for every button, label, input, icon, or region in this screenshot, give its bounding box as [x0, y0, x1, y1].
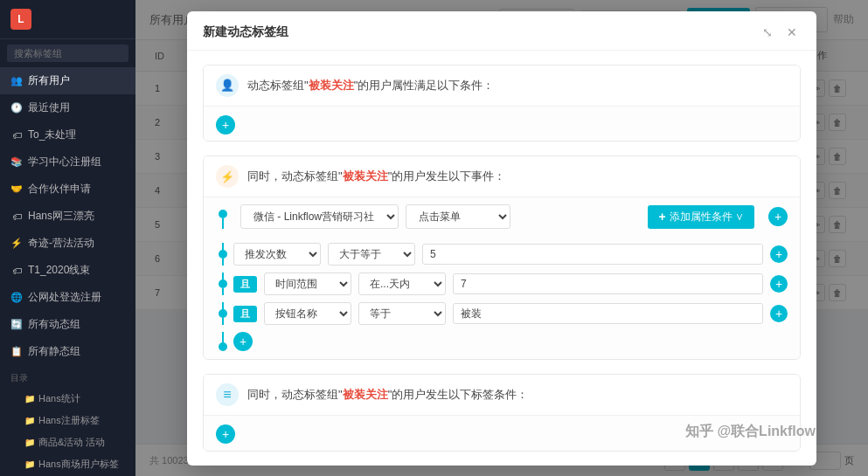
operator-select-1[interactable]: 大于等于 [328, 243, 415, 266]
t1-icon: 🏷 [10, 266, 23, 276]
modal-header-actions: ⤡ ✕ [759, 24, 801, 41]
sidebar-item-all-tags[interactable]: 📋 所有静态组 [0, 338, 135, 365]
sidebar-folder-hans-stats[interactable]: 📁 Hans统计 [0, 388, 135, 410]
sidebar-item-dynamic[interactable]: 🔄 所有动态组 [0, 311, 135, 338]
section1-icon: 👤 [216, 74, 239, 97]
sidebar-folder-hans-mall[interactable]: 📁 Hans商场用户标签 [0, 453, 135, 475]
add-attribute-condition-button[interactable]: + 添加属性条件 ∨ [648, 205, 754, 229]
folder-icon: 📁 [24, 459, 35, 469]
sidebar-item-label: 学习中心注册组 [28, 155, 101, 169]
public-icon: 🌐 [10, 292, 23, 303]
sidebar-item-public[interactable]: 🌐 公网处登选注册 [0, 284, 135, 311]
section1-label: 动态标签组"被装关注"的用户属性满足以下条件： [247, 78, 494, 93]
folder-icon: 📁 [24, 438, 35, 447]
sidebar-search-wrap[interactable] [0, 39, 135, 67]
sidebar-item-recent[interactable]: 🕐 最近使用 [0, 94, 135, 121]
nav-section-directory: 目录 [0, 365, 135, 388]
operator-select-2[interactable]: 在...天内 [358, 272, 446, 295]
modal-overlay: 新建动态标签组 ⤡ ✕ 👤 动态标签组"被装关注"的用户属性满足以下条件： [135, 0, 868, 476]
modal-body: 👤 动态标签组"被装关注"的用户属性满足以下条件： + [187, 51, 816, 466]
section2-header: ⚡ 同时，动态标签组"被装关注"的用户发生以下事件： [204, 156, 800, 197]
sidebar-nav: 👥 所有用户 🕐 最近使用 🏷 To_未处理 📚 学习中心注册组 🤝 合作伙伴申… [0, 67, 135, 476]
folder-icon: 📁 [24, 416, 35, 425]
section3-content: + [204, 415, 800, 452]
section-events: ⚡ 同时，动态标签组"被装关注"的用户发生以下事件： [203, 155, 801, 359]
sidebar-item-label: 最近使用 [28, 100, 70, 115]
logo-area: L [0, 0, 135, 39]
sidebar-item-label: 公网处登选注册 [28, 290, 101, 305]
section1-content: + [204, 106, 800, 142]
sidebar-item-partner[interactable]: 🤝 合作伙伴申请 [0, 176, 135, 203]
value-input-2[interactable] [453, 273, 763, 294]
event-select-row: 微信 - Linkflow营销研习社 点击菜单 + 添加属性条件 ∨ + [204, 197, 800, 236]
add-sub-condition-button-1[interactable]: + [770, 245, 788, 263]
add-sub-condition-button-3[interactable]: + [770, 305, 788, 322]
operator-select-3[interactable]: 等于 [358, 302, 446, 325]
connector-badge-3[interactable]: 且 [233, 306, 257, 322]
add-property-condition-row: + [216, 115, 788, 135]
clock-icon: 🕐 [10, 102, 23, 114]
section1-tagname: 被装关注 [309, 79, 354, 92]
sidebar-item-label: To_未处理 [28, 128, 76, 142]
new-tag-modal: 新建动态标签组 ⤡ ✕ 👤 动态标签组"被装关注"的用户属性满足以下条件： [187, 11, 816, 466]
field-select-2[interactable]: 时间范围 [264, 272, 351, 295]
sidebar-item-t12020[interactable]: 🏷 T1_2020线束 [0, 257, 135, 284]
hans-icon: 🏷 [10, 211, 23, 222]
section2-label: 同时，动态标签组"被装关注"的用户发生以下事件： [247, 169, 505, 184]
modal-title: 新建动态标签组 [203, 24, 288, 40]
section2-tagname: 被装关注 [343, 169, 388, 183]
sidebar-item-label: 所有用户 [28, 73, 70, 88]
modal-close-button[interactable]: ✕ [783, 24, 801, 41]
modal-minimize-button[interactable]: ⤡ [759, 24, 776, 41]
sidebar-item-label: 所有动态组 [28, 317, 80, 332]
sidebar-item-label: 合作伙伴申请 [28, 182, 91, 197]
section-tags: ≡ 同时，动态标签组"被装关注"的用户发生以下标签条件： + [203, 374, 801, 452]
add-event-plus-button[interactable]: + [768, 207, 788, 226]
sidebar-item-todo[interactable]: 🏷 To_未处理 [0, 121, 135, 148]
folder-icon: 📁 [24, 394, 35, 404]
sidebar-item-label: 所有静态组 [28, 344, 80, 359]
sidebar-folder-hans-tags[interactable]: 📁 Hans注册标签 [0, 410, 135, 431]
value-input-3[interactable] [453, 303, 763, 324]
sidebar-item-label: T1_2020线束 [28, 263, 90, 278]
sidebar-folder-products[interactable]: 📁 商品&活动 活动 [0, 431, 135, 453]
add-property-condition-button[interactable]: + [216, 115, 235, 135]
sidebar-item-learning[interactable]: 📚 学习中心注册组 [0, 148, 135, 176]
section3-label: 同时，动态标签组"被装关注"的用户发生以下标签条件： [247, 387, 528, 403]
app-logo: L [10, 9, 31, 30]
sub-conditions-area: 推发次数 大于等于 + [204, 236, 800, 359]
sidebar-item-hans3[interactable]: 🏷 Hans网三漂亮 [0, 203, 135, 230]
book-icon: 📚 [10, 156, 23, 168]
field-select-1[interactable]: 推发次数 [233, 243, 321, 266]
event-selects: 微信 - Linkflow营销研习社 点击菜单 [240, 204, 641, 229]
add-tag-condition-row: + [216, 424, 788, 444]
section2-icon: ⚡ [216, 165, 239, 188]
dynamic-icon: 🔄 [10, 319, 23, 330]
section1-header: 👤 动态标签组"被装关注"的用户属性满足以下条件： [204, 66, 800, 106]
field-select-3[interactable]: 按钮名称 [264, 302, 351, 325]
event-action-select[interactable]: 点击菜单 [406, 204, 510, 229]
add-tag-condition-button[interactable]: + [216, 424, 235, 444]
tag-icon: 🏷 [10, 130, 23, 141]
sidebar-item-label: 奇迹-营法活动 [28, 236, 94, 251]
section3-header: ≡ 同时，动态标签组"被装关注"的用户发生以下标签条件： [204, 375, 800, 415]
sidebar-search-input[interactable] [7, 45, 128, 62]
event-type-select[interactable]: 微信 - Linkflow营销研习社 [240, 204, 399, 229]
main-content: 所有用户 · 共 10023 个用户 访客用户 🔍 新建用户 更多操作 ∨ 帮助… [135, 0, 868, 476]
add-sub-condition-button-2[interactable]: + [770, 275, 788, 293]
plus-icon: + [658, 210, 665, 224]
sidebar-item-all-users[interactable]: 👥 所有用户 [0, 67, 135, 94]
value-input-1[interactable] [422, 244, 763, 265]
sub-condition-row-2: 且 时间范围 在...天内 + [233, 272, 788, 295]
sidebar-item-label: Hans网三漂亮 [28, 209, 94, 224]
sidebar-item-events[interactable]: ⚡ 奇迹-营法活动 [0, 230, 135, 257]
all-tags-icon: 📋 [10, 346, 23, 357]
connector-badge-2[interactable]: 且 [233, 276, 257, 293]
users-icon: 👥 [10, 75, 23, 86]
sub-condition-row-1: 推发次数 大于等于 + [233, 243, 788, 266]
sub-condition-row-3: 且 按钮名称 等于 + [233, 302, 788, 325]
section-properties: 👤 动态标签组"被装关注"的用户属性满足以下条件： + [203, 65, 801, 142]
add-event-condition-bottom-button[interactable]: + [233, 332, 253, 351]
section3-tagname: 被装关注 [343, 388, 388, 401]
modal-header: 新建动态标签组 ⤡ ✕ [187, 11, 816, 51]
